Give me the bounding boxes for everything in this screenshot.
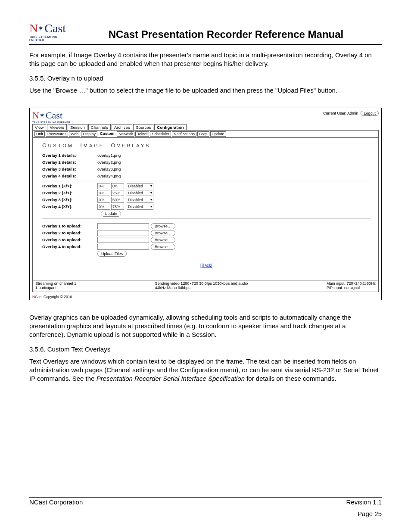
update-button[interactable]: Update [101, 211, 121, 217]
subtab-scheduler[interactable]: Scheduler [150, 131, 171, 137]
overlay-xy-label: Overlay 2 (X/Y): [42, 190, 97, 195]
overlay-xy-label: Overlay 1 (X/Y): [42, 184, 97, 188]
file-input[interactable] [97, 244, 149, 250]
paragraph: Use the "Browse …" button to select the … [29, 86, 382, 95]
overlay-x-input[interactable] [97, 183, 110, 189]
overlay-details-value: overlay4.png [97, 174, 121, 178]
logo: N✶Cast TAKE STREAMING FURTHER [29, 22, 70, 41]
status-mid: 44kHz Mono 64kbps [155, 286, 248, 290]
paragraph: Text Overlays are windows which contain … [29, 357, 382, 383]
status-right: PiP input: no signal [327, 286, 376, 290]
overlay-x-input[interactable] [97, 197, 110, 203]
main-tabs: View Viewers Session Channels Archives S… [30, 124, 381, 130]
copyright: NCast Copyright © 2010 [30, 295, 381, 300]
status-bar: Streaming on channel 1 1 participant Sen… [33, 280, 378, 292]
footer-right: Revision 1.1 [346, 498, 382, 506]
overlay-xy-label: Overlay 3 (X/Y): [42, 197, 97, 202]
subtab-network[interactable]: Network [117, 131, 134, 137]
star-icon: ✶ [39, 112, 45, 119]
status-left: Streaming on channel 1 [35, 281, 76, 286]
page-title: NCast Presentation Recorder Reference Ma… [70, 28, 382, 41]
upload-files-button[interactable]: Upload Files [97, 251, 127, 257]
overlay-upload-label: Overlay 2 to upload: [42, 230, 97, 235]
app-screenshot: N✶Cast TAKE STREAMING FURTHER Current Us… [29, 108, 382, 300]
logo-tagline: TAKE STREAMING FURTHER [29, 35, 70, 41]
paragraph: For example, if Image Overlay 4 contains… [29, 51, 382, 68]
browse-button[interactable]: Browse… [151, 223, 175, 229]
sub-tabs: Unit Passwords Web Display Custom Networ… [33, 131, 378, 138]
overlay-enable-select[interactable]: Disabled▾ [127, 183, 153, 189]
subtab-logs[interactable]: Logs [197, 131, 209, 137]
subtab-web[interactable]: Web [69, 131, 80, 137]
browse-button[interactable]: Browse… [151, 244, 175, 250]
subtab-passwords[interactable]: Passwords [46, 131, 68, 137]
browse-button[interactable]: Browse… [151, 237, 175, 243]
page-header: N✶Cast TAKE STREAMING FURTHER NCast Pres… [29, 22, 382, 45]
overlay-upload-label: Overlay 1 to upload: [42, 224, 97, 228]
subtab-display[interactable]: Display [81, 131, 97, 137]
overlay-details-label: Overlay 1 details: [42, 153, 97, 158]
panel-title: Custom Image Overlays [42, 142, 371, 149]
browse-button[interactable]: Browse… [151, 230, 175, 236]
overlay-enable-select[interactable]: Disabled▾ [127, 197, 153, 203]
overlay-y-input[interactable] [111, 204, 124, 210]
footer-left: NCast Corporation [29, 498, 83, 506]
subtab-unit[interactable]: Unit [34, 131, 45, 137]
back-link[interactable]: [Back] [42, 263, 371, 268]
overlay-enable-select[interactable]: Disabled▾ [127, 204, 153, 210]
overlay-details-label: Overlay 2 details: [42, 160, 97, 165]
chevron-down-icon: ▾ [150, 205, 152, 208]
divider [42, 218, 371, 219]
overlay-upload-label: Overlay 3 to upload: [42, 237, 97, 242]
file-input[interactable] [97, 223, 149, 229]
status-left: 1 participant [35, 286, 76, 290]
overlay-details-value: overlay2.png [97, 160, 121, 165]
tab-archives[interactable]: Archives [112, 124, 132, 130]
file-input[interactable] [97, 230, 149, 236]
overlay-details-value: overlay1.png [97, 153, 121, 158]
page-number: Page 25 [29, 510, 382, 517]
current-user-label: Current User: Admin [323, 111, 358, 115]
divider [42, 181, 371, 181]
section-heading: 3.5.6. Custom Text Overlays [29, 345, 382, 353]
overlay-x-input[interactable] [97, 204, 110, 210]
overlay-enable-select[interactable]: Disabled▾ [127, 190, 153, 196]
chevron-down-icon: ▾ [150, 198, 152, 202]
tab-session[interactable]: Session [68, 124, 87, 130]
app-logo: N✶Cast TAKE STREAMING FURTHER [32, 111, 70, 124]
logo-c: C [44, 22, 53, 34]
overlay-details-value: overlay3.png [97, 167, 121, 171]
chevron-down-icon: ▾ [150, 184, 152, 188]
overlay-upload-label: Overlay 4 to upload: [42, 244, 97, 249]
tab-configuration[interactable]: Configuration [154, 124, 186, 130]
tab-channels[interactable]: Channels [88, 124, 111, 130]
overlay-details-label: Overlay 3 details: [42, 167, 97, 171]
tab-view[interactable]: View [32, 124, 46, 130]
status-right: Main input: 720×240i@60Hz [327, 281, 376, 286]
tab-viewers[interactable]: Viewers [47, 124, 67, 130]
logo-n: N [29, 22, 38, 34]
overlay-xy-label: Overlay 4 (X/Y): [42, 204, 97, 209]
overlay-y-input[interactable] [111, 190, 124, 196]
overlay-y-input[interactable] [111, 183, 124, 189]
subtab-telnet[interactable]: Telnet [135, 131, 149, 137]
tab-sources[interactable]: Sources [133, 124, 153, 130]
page-footer: NCast Corporation Revision 1.1 Page 25 [29, 497, 382, 517]
status-mid: Sending video 1280×720 30.0fps 1030kbps … [155, 281, 248, 286]
subtab-update[interactable]: Update [210, 131, 226, 137]
section-heading: 3.5.5. Overlay n to upload [29, 75, 382, 82]
overlay-x-input[interactable] [97, 190, 110, 196]
logo-ast: ast [53, 22, 66, 34]
overlay-details-label: Overlay 4 details: [42, 174, 97, 178]
file-input[interactable] [97, 237, 149, 243]
logout-button[interactable]: Logout [361, 111, 379, 116]
subtab-custom[interactable]: Custom [98, 131, 116, 137]
star-icon: ✶ [38, 25, 44, 32]
overlay-y-input[interactable] [111, 197, 124, 203]
paragraph: Overlay graphics can be uploaded dynamic… [29, 313, 382, 339]
subtab-notifications[interactable]: Notifications [172, 131, 196, 137]
chevron-down-icon: ▾ [150, 191, 152, 195]
